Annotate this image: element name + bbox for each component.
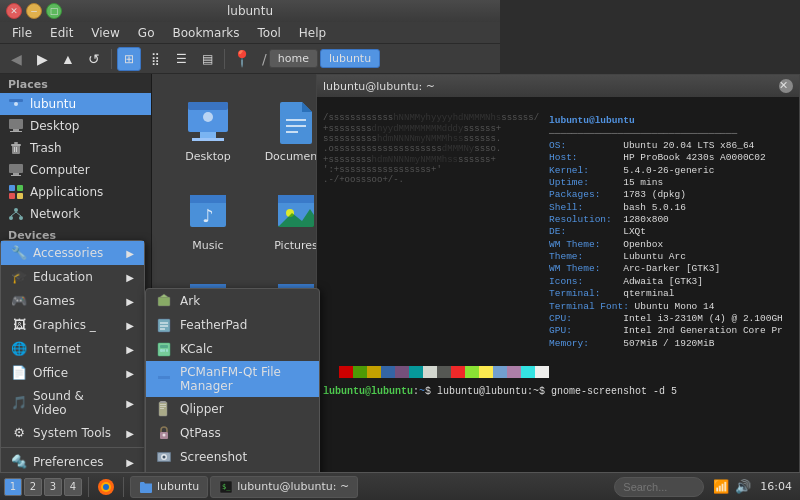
forward-button[interactable]: ▶ (30, 47, 54, 71)
terminal-titlebar: lubuntu@lubuntu: ~ ✕ (317, 75, 799, 97)
menu-help[interactable]: Help (291, 24, 334, 42)
sub-kcalc[interactable]: KCalc (146, 337, 319, 361)
svg-point-2 (14, 102, 18, 106)
ctx-system[interactable]: ⚙ System Tools ▶ (1, 421, 144, 445)
svg-rect-10 (16, 147, 17, 152)
svg-rect-8 (14, 142, 18, 144)
sub-featherpad[interactable]: FeatherPad (146, 313, 319, 337)
task-terminal[interactable]: $_ lubuntu@lubuntu: ~ (210, 476, 358, 498)
file-item-desktop[interactable]: Desktop (168, 90, 248, 171)
ctx-preferences-label: Preferences (33, 455, 104, 469)
terminal-close-btn[interactable]: ✕ (779, 79, 793, 93)
breadcrumb: / home lubuntu (262, 49, 380, 68)
sidebar-item-applications[interactable]: Applications (0, 181, 151, 203)
breadcrumb-current[interactable]: lubuntu (320, 49, 380, 68)
ctx-sound-video[interactable]: 🎵 Sound & Video ▶ (1, 385, 144, 421)
sub-ark[interactable]: Ark (146, 289, 319, 313)
breadcrumb-home[interactable]: home (269, 49, 318, 68)
sidebar-item-network[interactable]: Network (0, 203, 151, 225)
ctx-graphics[interactable]: 🖼 Graphics _ ▶ (1, 313, 144, 337)
back-button[interactable]: ◀ (4, 47, 28, 71)
sub-screenshot[interactable]: Screenshot (146, 445, 319, 469)
svg-rect-57 (160, 406, 166, 407)
sub-featherpad-label: FeatherPad (180, 318, 247, 332)
ctx-system-label: System Tools (33, 426, 111, 440)
ctx-graphics-arrow: ▶ (126, 320, 134, 331)
menu-go[interactable]: Go (130, 24, 163, 42)
sub-qtpass[interactable]: QtPass (146, 421, 319, 445)
svg-rect-51 (160, 345, 168, 348)
ctx-office[interactable]: 📄 Office ▶ (1, 361, 144, 385)
view-detail-button[interactable]: ▤ (195, 47, 219, 71)
sub-qlipper-label: Qlipper (180, 402, 224, 416)
ctx-games[interactable]: 🎮 Games ▶ (1, 289, 144, 313)
svg-rect-53 (163, 349, 165, 352)
menu-tool[interactable]: Tool (250, 24, 289, 42)
graphics-icon: 🖼 (11, 317, 27, 333)
ctx-preferences-arrow: ▶ (126, 457, 134, 468)
svg-text:$_: $_ (222, 483, 231, 491)
volume-tray-icon[interactable]: 🔊 (734, 478, 752, 496)
ctx-internet[interactable]: 🌐 Internet ▶ (1, 337, 144, 361)
svg-point-18 (14, 208, 18, 212)
svg-rect-54 (166, 349, 168, 352)
network-tray-icon[interactable]: 📶 (712, 478, 730, 496)
preferences-icon: 🔩 (11, 454, 27, 470)
submenu-accessories: Ark FeatherPad KCalc PCManFM-Qt File Man… (145, 288, 320, 500)
svg-rect-3 (9, 119, 23, 129)
up-button[interactable]: ▲ (56, 47, 80, 71)
task-filemanager[interactable]: lubuntu (130, 476, 208, 498)
ctx-accessories-arrow: ▶ (126, 248, 134, 259)
view-icons-button[interactable]: ⊞ (117, 47, 141, 71)
ctx-education-arrow: ▶ (126, 272, 134, 283)
svg-line-21 (11, 212, 16, 216)
svg-point-61 (163, 434, 166, 437)
reload-button[interactable]: ↺ (82, 47, 106, 71)
internet-icon: 🌐 (11, 341, 27, 357)
ctx-preferences[interactable]: 🔩 Preferences ▶ (1, 450, 144, 474)
sound-icon: 🎵 (11, 395, 27, 411)
breadcrumb-slash: / (262, 51, 267, 67)
workspace-2[interactable]: 2 (24, 478, 42, 496)
file-label-music: Music (192, 239, 223, 252)
svg-rect-14 (9, 185, 15, 191)
minimize-button[interactable]: − (26, 3, 42, 19)
taskbar-separator-2 (123, 477, 124, 497)
sidebar-item-trash[interactable]: Trash (0, 137, 151, 159)
file-item-music[interactable]: ♪ Music (168, 179, 248, 260)
svg-rect-7 (11, 144, 21, 146)
workspace-3[interactable]: 3 (44, 478, 62, 496)
context-menu: 🔧 Accessories ▶ 🎓 Education ▶ 🎮 Games ▶ … (0, 240, 145, 500)
sidebar-item-desktop[interactable]: Desktop (0, 115, 151, 137)
firefox-launch[interactable] (95, 476, 117, 498)
sidebar-item-lubuntu[interactable]: lubuntu (0, 93, 151, 115)
sub-pcmanfm[interactable]: PCManFM-Qt File Manager (146, 361, 319, 397)
svg-line-22 (16, 212, 21, 216)
sub-kcalc-label: KCalc (180, 342, 213, 356)
ctx-accessories[interactable]: 🔧 Accessories ▶ (1, 241, 144, 265)
ctx-graphics-label: Graphics _ (33, 318, 96, 332)
menu-file[interactable]: File (4, 24, 40, 42)
menu-bookmarks[interactable]: Bookmarks (164, 24, 247, 42)
view-compact-button[interactable]: ⣿ (143, 47, 167, 71)
view-list-button[interactable]: ☰ (169, 47, 193, 71)
svg-rect-29 (192, 138, 224, 141)
sub-screenshot-label: Screenshot (180, 450, 247, 464)
workspace-1[interactable]: 1 (4, 478, 22, 496)
sidebar-item-computer[interactable]: Computer (0, 159, 151, 181)
task-terminal-label: lubuntu@lubuntu: ~ (237, 480, 349, 493)
ctx-education[interactable]: 🎓 Education ▶ (1, 265, 144, 289)
file-label-pictures: Pictures (274, 239, 318, 252)
clock-display[interactable]: 16:04 (756, 480, 796, 493)
maximize-button[interactable]: □ (46, 3, 62, 19)
close-button[interactable]: ✕ (6, 3, 22, 19)
sub-qlipper[interactable]: Qlipper (146, 397, 319, 421)
menu-view[interactable]: View (83, 24, 127, 42)
menu-edit[interactable]: Edit (42, 24, 81, 42)
svg-point-81 (103, 484, 109, 490)
location-button[interactable]: 📍 (230, 47, 254, 71)
svg-point-65 (163, 456, 166, 459)
search-input[interactable] (614, 477, 704, 497)
search-area (610, 477, 708, 497)
workspace-4[interactable]: 4 (64, 478, 82, 496)
